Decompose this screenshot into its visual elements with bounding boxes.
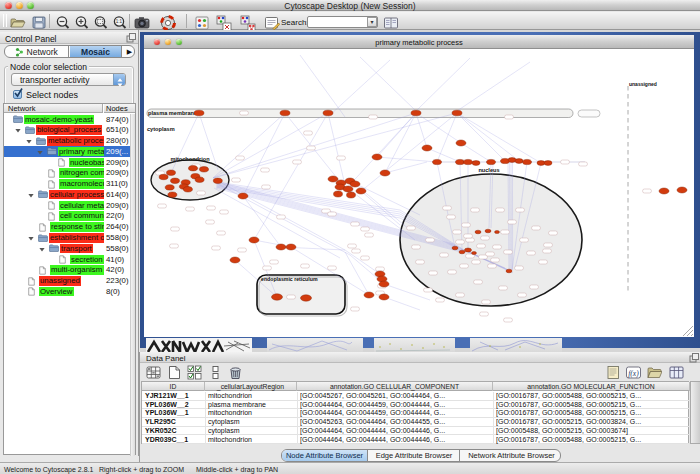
- svg-text:endoplasmic reticulum: endoplasmic reticulum: [261, 276, 318, 282]
- svg-text:cytoplasm: cytoplasm: [147, 126, 175, 132]
- svg-text:mitochondrion: mitochondrion: [170, 156, 210, 162]
- svg-text:unassigned: unassigned: [629, 81, 657, 87]
- svg-text:1:1: 1:1: [116, 19, 123, 24]
- svg-text:nucleus: nucleus: [478, 167, 499, 173]
- svg-text:plasma membrane: plasma membrane: [148, 110, 197, 116]
- svg-text:f(x): f(x): [628, 369, 639, 378]
